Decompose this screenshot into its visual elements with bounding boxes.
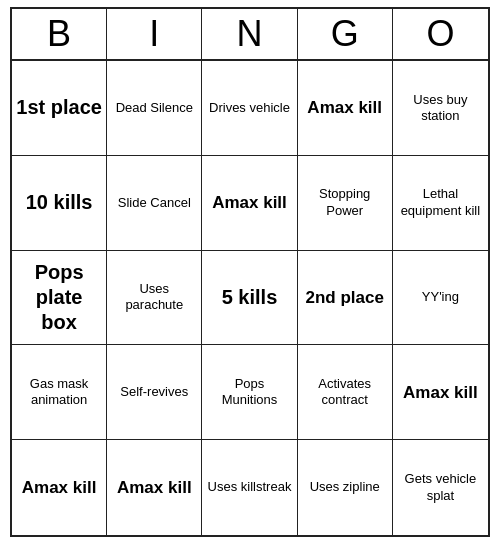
header-o: O xyxy=(393,9,488,59)
bingo-cell[interactable]: Gas mask animation xyxy=(12,345,107,440)
bingo-cell[interactable]: Uses killstreak xyxy=(202,440,297,535)
bingo-cell[interactable]: Lethal equipment kill xyxy=(393,156,488,251)
bingo-cell[interactable]: Pops Munitions xyxy=(202,345,297,440)
bingo-cell[interactable]: Dead Silence xyxy=(107,61,202,156)
bingo-cell[interactable]: Slide Cancel xyxy=(107,156,202,251)
bingo-cell[interactable]: 5 kills xyxy=(202,251,297,346)
bingo-cell[interactable]: Uses buy station xyxy=(393,61,488,156)
bingo-cell[interactable]: Uses parachute xyxy=(107,251,202,346)
header-g: G xyxy=(298,9,393,59)
bingo-grid: 1st placeDead SilenceDrives vehicleAmax … xyxy=(12,61,488,535)
bingo-cell[interactable]: 2nd place xyxy=(298,251,393,346)
bingo-cell[interactable]: Gets vehicle splat xyxy=(393,440,488,535)
bingo-cell[interactable]: Activates contract xyxy=(298,345,393,440)
header-n: N xyxy=(202,9,297,59)
bingo-cell[interactable]: YY'ing xyxy=(393,251,488,346)
bingo-cell[interactable]: Amax kill xyxy=(12,440,107,535)
bingo-cell[interactable]: Amax kill xyxy=(298,61,393,156)
bingo-header: B I N G O xyxy=(12,9,488,61)
bingo-cell[interactable]: Pops plate box xyxy=(12,251,107,346)
bingo-cell[interactable]: Stopping Power xyxy=(298,156,393,251)
bingo-cell[interactable]: Self-revives xyxy=(107,345,202,440)
bingo-cell[interactable]: Amax kill xyxy=(393,345,488,440)
bingo-cell[interactable]: 1st place xyxy=(12,61,107,156)
bingo-cell[interactable]: Amax kill xyxy=(202,156,297,251)
bingo-cell[interactable]: Amax kill xyxy=(107,440,202,535)
bingo-cell[interactable]: Drives vehicle xyxy=(202,61,297,156)
bingo-cell[interactable]: Uses zipline xyxy=(298,440,393,535)
bingo-card: B I N G O 1st placeDead SilenceDrives ve… xyxy=(10,7,490,537)
header-i: I xyxy=(107,9,202,59)
header-b: B xyxy=(12,9,107,59)
bingo-cell[interactable]: 10 kills xyxy=(12,156,107,251)
